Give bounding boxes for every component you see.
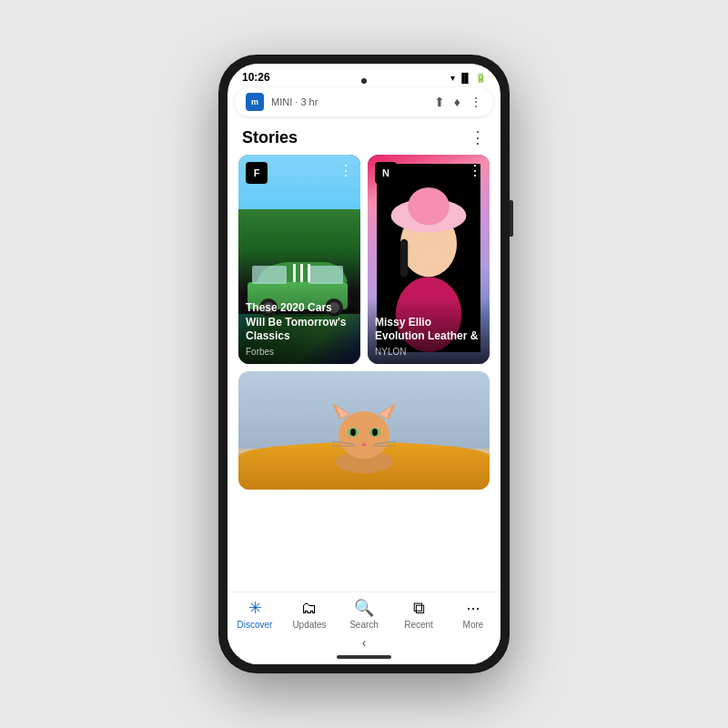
svg-rect-5	[300, 264, 303, 282]
svg-point-19	[339, 411, 389, 459]
nylon-card-menu[interactable]: ⋮	[468, 162, 482, 179]
phone-screen: 10:26 ▾ ▐▌ 🔋 m MINI · 3 hr ⬆ ♦ ⋮	[228, 64, 500, 664]
stories-header: Stories ⋮	[228, 124, 500, 155]
wifi-icon: ▾	[450, 73, 455, 83]
forbes-card-menu[interactable]: ⋮	[339, 162, 353, 179]
nav-more[interactable]: ··· More	[450, 599, 496, 630]
nav-recent[interactable]: ⧉ Recent	[396, 599, 441, 630]
cards-row: F ⋮ These 2020 Cars Will Be Tomorrow's C…	[228, 155, 500, 364]
discover-label: Discover	[238, 620, 273, 630]
svg-point-27	[372, 429, 378, 436]
stories-title: Stories	[242, 128, 298, 147]
svg-point-17	[411, 248, 445, 258]
cat-image	[238, 371, 490, 490]
nav-back-bar: ‹	[228, 633, 500, 652]
bottom-nav: ✳ Discover 🗂 Updates 🔍 Search ⧉ Recent ·…	[228, 592, 500, 633]
phone-frame: 10:26 ▾ ▐▌ 🔋 m MINI · 3 hr ⬆ ♦ ⋮	[218, 55, 510, 673]
svg-rect-6	[308, 264, 310, 282]
nav-updates[interactable]: 🗂 Updates	[287, 599, 332, 630]
forbes-card-overlay: These 2020 Cars Will Be Tomorrow's Class…	[238, 283, 360, 364]
notif-app-icon: m	[246, 93, 264, 111]
recent-label: Recent	[404, 620, 433, 630]
notif-actions: ⬆ ♦ ⋮	[434, 95, 482, 109]
more-label: More	[463, 620, 484, 630]
status-time: 10:26	[242, 71, 270, 84]
svg-rect-16	[400, 239, 408, 277]
nylon-card[interactable]: N ⋮ Missy Ellio Evolution Leather & NYLO…	[368, 155, 490, 364]
svg-rect-3	[308, 266, 343, 284]
nylon-headline: Missy Ellio Evolution Leather &	[375, 316, 482, 344]
svg-rect-2	[252, 266, 287, 284]
svg-point-34	[373, 454, 391, 465]
forbes-headline: These 2020 Cars Will Be Tomorrow's Class…	[246, 301, 353, 344]
stories-menu-icon[interactable]: ⋮	[470, 127, 486, 147]
forbes-card[interactable]: F ⋮ These 2020 Cars Will Be Tomorrow's C…	[238, 155, 360, 364]
cat-card[interactable]	[238, 371, 490, 490]
nav-discover[interactable]: ✳ Discover	[232, 598, 278, 630]
cat-svg	[323, 394, 405, 476]
nylon-card-overlay: Missy Ellio Evolution Leather & NYLON	[368, 298, 490, 364]
main-content: Stories ⋮	[228, 116, 500, 592]
search-label: Search	[349, 620, 379, 630]
notif-menu-icon[interactable]: ⋮	[470, 95, 482, 109]
svg-point-33	[337, 454, 355, 465]
battery-icon: 🔋	[475, 73, 486, 83]
more-icon: ···	[466, 599, 480, 618]
svg-rect-4	[293, 264, 296, 282]
side-button	[510, 200, 513, 237]
nylon-source: NYLON	[375, 347, 482, 357]
discover-icon: ✳	[248, 598, 262, 618]
svg-point-15	[408, 187, 450, 225]
forbes-badge: F	[246, 162, 268, 184]
svg-point-26	[350, 429, 356, 436]
home-bar	[337, 655, 391, 659]
status-bar: 10:26 ▾ ▐▌ 🔋	[228, 64, 500, 87]
notification-bar: m MINI · 3 hr ⬆ ♦ ⋮	[235, 87, 493, 116]
search-icon: 🔍	[354, 598, 374, 618]
status-icons: ▾ ▐▌ 🔋	[450, 73, 486, 83]
share-icon[interactable]: ⬆	[434, 95, 445, 109]
back-chevron[interactable]: ‹	[362, 635, 367, 650]
updates-icon: 🗂	[301, 599, 318, 618]
camera-dot	[361, 78, 367, 84]
nylon-badge: N	[375, 162, 397, 184]
signal-icon: ▐▌	[459, 73, 471, 83]
forbes-source: Forbes	[246, 347, 353, 357]
mic-icon[interactable]: ♦	[454, 95, 460, 109]
nav-search[interactable]: 🔍 Search	[341, 598, 387, 630]
home-indicator	[228, 652, 500, 664]
updates-label: Updates	[292, 620, 326, 630]
notif-text: MINI · 3 hr	[271, 96, 427, 107]
recent-icon: ⧉	[413, 599, 425, 618]
